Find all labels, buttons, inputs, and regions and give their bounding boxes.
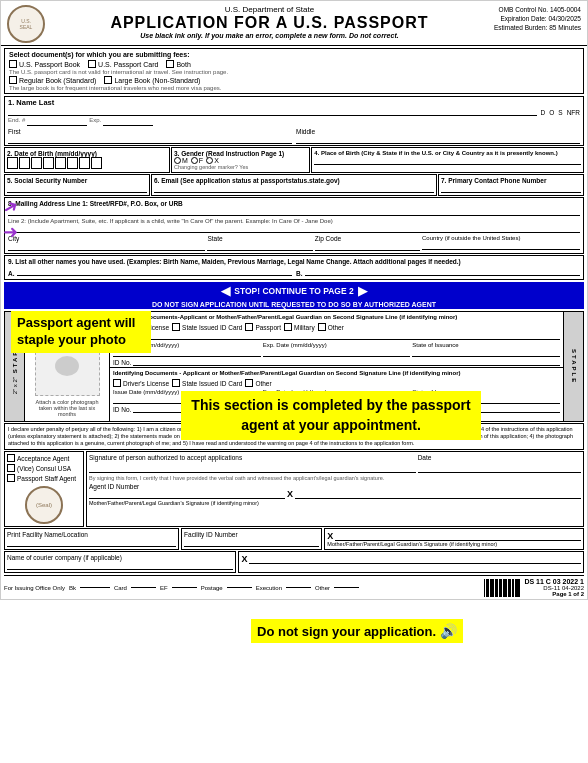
other-label: Other (328, 324, 344, 331)
exp-date-input[interactable] (263, 348, 411, 357)
zip-label: Zip Code (315, 235, 420, 242)
both-checkbox[interactable] (166, 60, 174, 68)
postage-input[interactable] (227, 587, 252, 588)
date-input[interactable] (418, 461, 581, 473)
drivers-license-option-2[interactable]: Driver's License (113, 379, 169, 387)
exp-input[interactable] (103, 117, 153, 126)
city-input[interactable] (8, 242, 205, 251)
other-option-2[interactable]: Other (245, 379, 271, 387)
other-names-b-input[interactable] (305, 267, 581, 276)
first-name-input[interactable] (8, 135, 292, 144)
ink-note: Use black ink only. If you make an error… (45, 32, 494, 39)
zip-input[interactable] (315, 242, 420, 251)
print-facility-label: Print Facility Name/Location (7, 531, 176, 538)
guardian-sig2-input[interactable] (249, 555, 581, 564)
id-type-row-1: Driver's License State Issued ID Card Pa… (110, 322, 563, 332)
last-name-input[interactable] (8, 107, 537, 116)
acceptance-agent-option[interactable]: Acceptance Agent (7, 454, 81, 462)
passport-book-option[interactable]: U.S. Passport Book (9, 60, 80, 68)
gender-x[interactable]: X (206, 157, 219, 164)
passport-staff-checkbox[interactable] (7, 474, 15, 482)
gender-m[interactable]: M (174, 157, 188, 164)
mailing-line1-input[interactable] (8, 207, 580, 216)
gender-x-radio[interactable] (206, 157, 213, 164)
large-book-option[interactable]: Large Book (Non-Standard) (104, 76, 200, 84)
bottom-acceptance-row: Acceptance Agent (Vice) Consul USA Passp… (4, 451, 584, 527)
ef-input[interactable] (172, 587, 197, 588)
gender-f[interactable]: F (191, 157, 203, 164)
other-option[interactable]: Other (318, 323, 344, 331)
ssn-input[interactable] (7, 184, 147, 193)
id-name-input[interactable] (132, 333, 560, 340)
end-input[interactable] (27, 117, 87, 126)
state-id-checkbox[interactable] (172, 323, 180, 331)
dob-d1[interactable] (31, 157, 42, 169)
bk-input[interactable] (80, 587, 110, 588)
id-no-label-2: ID No. (113, 406, 131, 413)
gender-m-radio[interactable] (174, 157, 181, 164)
regular-book-checkbox[interactable] (9, 76, 17, 84)
email-input[interactable] (154, 184, 434, 193)
state-id-checkbox-2[interactable] (172, 379, 180, 387)
seal-container: (Seal) (7, 486, 81, 524)
middle-name-input[interactable] (296, 135, 580, 144)
dob-d2[interactable] (43, 157, 54, 169)
sig-authorized-input[interactable] (89, 461, 416, 473)
drivers-license-label-2: Driver's License (123, 380, 169, 387)
courier-input[interactable] (7, 561, 233, 570)
footer-bar: For Issuing Office Only Bk Card EF Posta… (4, 575, 584, 599)
country-input[interactable] (422, 241, 580, 250)
mailing-line2-input[interactable] (8, 224, 580, 233)
s-label: S (558, 109, 562, 116)
state-input[interactable] (207, 242, 312, 251)
dob-y3[interactable] (79, 157, 90, 169)
state-id-option-2[interactable]: State Issued ID Card (172, 379, 242, 387)
other-footer-input[interactable] (334, 587, 359, 588)
consulate-option[interactable]: (Vice) Consul USA (7, 464, 81, 472)
execution-input[interactable] (286, 587, 311, 588)
facility-id-input[interactable] (184, 538, 319, 547)
state-id-label-2: State Issued ID Card (182, 380, 242, 387)
other-names-section: 9. List all other names you have used. (… (4, 255, 584, 280)
card-input[interactable] (131, 587, 156, 588)
both-option[interactable]: Both (166, 60, 190, 68)
footer-ids: DS 11 C 03 2022 1 DS-11 04-2022 Page 1 o… (524, 578, 584, 597)
id-number-input[interactable] (133, 359, 560, 366)
dob-y1[interactable] (55, 157, 66, 169)
passport-staff-option[interactable]: Passport Staff Agent (7, 474, 81, 482)
place-birth-input[interactable] (314, 156, 581, 165)
dob-m1[interactable] (7, 157, 18, 169)
passport-id-checkbox[interactable] (245, 323, 253, 331)
military-option[interactable]: Military (284, 323, 315, 331)
guardian-sig-col: X Mother/Father/Parent/Legal Guardian's … (324, 528, 584, 550)
state-issuance-input[interactable] (412, 348, 560, 357)
regular-book-label: Regular Book (Standard) (19, 77, 96, 84)
consulate-checkbox[interactable] (7, 464, 15, 472)
large-book-checkbox[interactable] (104, 76, 112, 84)
passport-card-checkbox[interactable] (88, 60, 96, 68)
other-names-a-input[interactable] (17, 267, 293, 276)
agent-id-input[interactable] (89, 490, 285, 499)
dob-y2[interactable] (67, 157, 78, 169)
facility-name-input[interactable] (7, 538, 176, 547)
passport-book-checkbox[interactable] (9, 60, 17, 68)
other-checkbox[interactable] (318, 323, 326, 331)
footer-left: For Issuing Office Only Bk Card EF Posta… (4, 585, 359, 591)
passport-card-option[interactable]: U.S. Passport Card (88, 60, 158, 68)
state-id-option[interactable]: State Issued ID Card (172, 323, 242, 331)
acceptance-agent-checkbox[interactable] (7, 454, 15, 462)
regular-book-option[interactable]: Regular Book (Standard) (9, 76, 96, 84)
military-checkbox[interactable] (284, 323, 292, 331)
gender-f-radio[interactable] (191, 157, 198, 164)
phone-input[interactable] (441, 184, 581, 193)
dob-y4[interactable] (91, 157, 102, 169)
drivers-license-checkbox-2[interactable] (113, 379, 121, 387)
mother-sig-input[interactable] (295, 490, 581, 499)
guardian-sig-input[interactable] (335, 532, 581, 541)
other-names-a: A. (8, 270, 15, 277)
other-checkbox-2[interactable] (245, 379, 253, 387)
do-not-sign-banner: DO NOT SIGN APPLICATION UNTIL REQUESTED … (4, 300, 584, 309)
email-section: 6. Email (See application status at pass… (151, 174, 437, 196)
dob-m2[interactable] (19, 157, 30, 169)
passport-id-option[interactable]: Passport (245, 323, 281, 331)
